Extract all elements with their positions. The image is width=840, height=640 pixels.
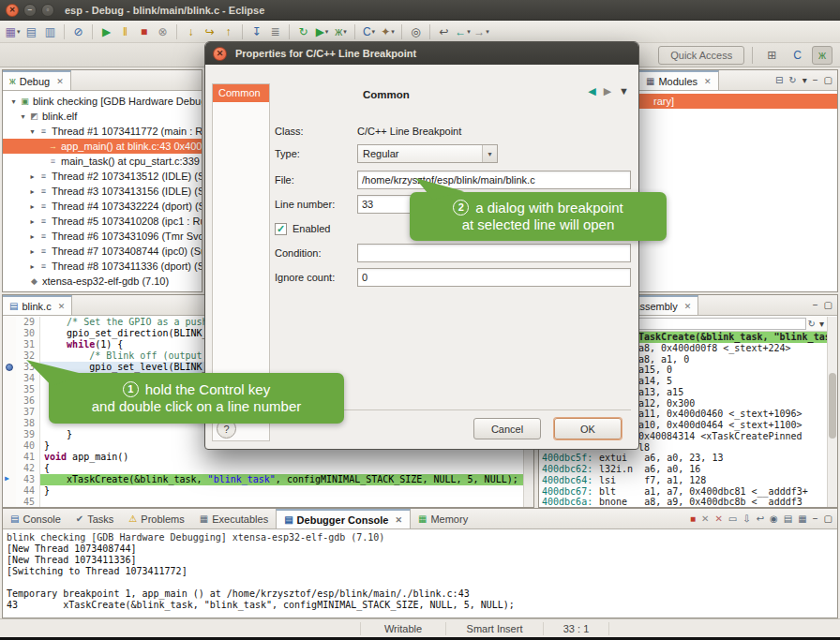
pin-console-icon[interactable]: ◉ xyxy=(770,514,778,524)
refresh-icon[interactable]: ↻ xyxy=(788,76,796,85)
disassembly-line[interactable]: 400dbc5f:extui a6, a0, 23, 13 xyxy=(539,453,827,464)
debug-tree-item[interactable]: ▸≡Thread #5 1073410208 (ipc1 : Runni xyxy=(3,214,202,229)
tree-expander-icon[interactable]: ▸ xyxy=(27,187,38,196)
breakpoint-gutter[interactable] xyxy=(3,373,16,384)
toolbar-build-icon[interactable]: ✦▾ xyxy=(379,22,397,41)
tree-expander-icon[interactable]: ▸ xyxy=(27,262,38,271)
chevron-down-icon[interactable]: ▾ xyxy=(482,145,497,162)
line-number[interactable]: 41 xyxy=(16,452,40,463)
toolbar-suspend-icon[interactable]: ‖ xyxy=(116,22,134,41)
dialog-close-button[interactable]: ✕ xyxy=(213,47,227,61)
clear-console-icon[interactable]: ▭ xyxy=(728,514,737,524)
quick-access-button[interactable]: Quick Access xyxy=(658,46,744,65)
disassembly-line[interactable]: 400dbc64:lsi f7, a1, 128 xyxy=(539,475,827,486)
console-tab-problems[interactable]: ⚠Problems xyxy=(121,509,191,528)
line-number[interactable]: 45 xyxy=(16,497,40,507)
line-number[interactable]: 35 xyxy=(16,384,40,395)
toolbar-resume-icon[interactable]: ▶ xyxy=(98,22,115,41)
debug-tree-item[interactable]: ▾▣blink checking [GDB Hardware Debug xyxy=(3,94,202,109)
line-number[interactable]: 40 xyxy=(16,440,40,452)
line-number[interactable]: 34 xyxy=(16,373,40,384)
close-button[interactable]: ✕ xyxy=(6,4,19,17)
terminate-icon[interactable]: ■ xyxy=(690,514,696,524)
toolbar-back-history-icon[interactable]: ←▾ xyxy=(454,22,472,41)
line-number[interactable]: 31 xyxy=(16,339,40,350)
breakpoint-gutter[interactable] xyxy=(3,317,16,328)
console-tab-memory[interactable]: ▦Memory xyxy=(411,509,475,528)
line-number[interactable]: 43 xyxy=(16,474,40,485)
tree-expander-icon[interactable]: ▾ xyxy=(8,97,19,106)
toolbar-drop-to-frame-icon[interactable]: ↧ xyxy=(248,22,265,41)
debug-perspective-icon[interactable]: ж xyxy=(812,46,832,65)
disassembly-line[interactable]: 400dbc62:l32i.n a6, a0, 16 xyxy=(539,464,827,475)
open-console-icon[interactable]: ▦ xyxy=(798,514,806,524)
tree-expander-icon[interactable]: ▸ xyxy=(27,247,38,256)
minimize-icon[interactable]: − xyxy=(813,76,818,85)
maximize-icon[interactable]: ▢ xyxy=(824,514,832,524)
refresh-icon[interactable]: ↻ xyxy=(808,320,816,329)
breakpoint-gutter[interactable]: ▶ xyxy=(3,474,16,485)
toolbar-forward-history-icon[interactable]: →▾ xyxy=(472,22,490,41)
minimize-button[interactable]: − xyxy=(23,4,37,17)
toolbar-run-icon[interactable]: ▶▾ xyxy=(313,22,331,41)
toolbar-skip-all-breakpoints-icon[interactable]: ⊘ xyxy=(69,22,87,41)
breakpoint-gutter[interactable] xyxy=(3,350,16,362)
debug-tree-item[interactable]: ▾≡Thread #1 1073411772 (main : Runn xyxy=(3,124,202,139)
type-dropdown[interactable]: Regular ▾ xyxy=(357,144,498,163)
console-tab-console[interactable]: ▤Console xyxy=(3,509,68,528)
tab-close-icon[interactable]: ✕ xyxy=(684,302,692,311)
debug-tree-item[interactable]: ▾◩blink.elf xyxy=(3,109,202,124)
dialog-titlebar[interactable]: ✕ Properties for C/C++ Line Breakpoint xyxy=(205,42,638,65)
tab-debug[interactable]: ж Debug ✕ xyxy=(3,70,71,90)
toolbar-new-cpp-project-icon[interactable]: C▾ xyxy=(360,22,378,41)
debug-tree-item[interactable]: ▸≡Thread #3 1073413156 (IDLE) (Susp xyxy=(3,184,202,199)
breakpoint-gutter[interactable] xyxy=(3,384,16,395)
debug-tree-item[interactable]: ▸≡Thread #6 1073431096 (Tmr Svc) (S xyxy=(3,229,202,244)
debug-tree-item[interactable]: ▸≡Thread #8 1073411336 (dport) (Sus xyxy=(3,259,202,274)
disassembly-line[interactable]: 400dbc6a:bnone a8, a9, 0x400dbc8b <__add… xyxy=(539,497,827,507)
file-input[interactable] xyxy=(357,171,631,189)
breakpoint-gutter[interactable] xyxy=(3,429,16,440)
breakpoint-gutter[interactable] xyxy=(3,395,16,407)
enabled-checkbox[interactable]: ✓ xyxy=(275,223,287,235)
tree-expander-icon[interactable]: ▸ xyxy=(27,172,38,181)
open-perspective-icon[interactable]: ⊞ xyxy=(760,46,783,65)
toolbar-step-over-icon[interactable]: ↪ xyxy=(201,22,218,41)
ignore-count-input[interactable] xyxy=(357,268,631,287)
toolbar-save-icon[interactable]: ▤ xyxy=(22,22,40,41)
toolbar-new-icon[interactable]: ▦▾ xyxy=(4,22,22,41)
disassembly-scrollbar[interactable] xyxy=(827,317,837,507)
tab-close-icon[interactable]: ✕ xyxy=(395,515,402,525)
tab-close-icon[interactable]: ✕ xyxy=(704,77,712,86)
view-menu-caret-icon[interactable]: ▼ xyxy=(619,86,629,97)
word-wrap-icon[interactable]: ↩ xyxy=(757,514,764,524)
line-number[interactable]: 38 xyxy=(16,418,40,429)
cpp-perspective-icon[interactable]: C xyxy=(787,46,808,65)
condition-input[interactable] xyxy=(357,244,631,262)
toolbar-terminate-icon[interactable]: ■ xyxy=(135,22,153,41)
debug-tree-item[interactable]: ▸≡Thread #7 1073408744 (ipc0) (Susp xyxy=(3,244,202,259)
back-arrow-icon[interactable]: ◀ xyxy=(588,86,595,97)
line-number[interactable]: 32 xyxy=(16,350,40,362)
code-line[interactable]: 42{ xyxy=(3,463,523,474)
tab-close-icon[interactable]: ✕ xyxy=(56,77,64,86)
scroll-lock-icon[interactable]: ⇩ xyxy=(742,514,750,524)
minimize-icon[interactable]: − xyxy=(813,514,818,524)
breakpoint-gutter[interactable] xyxy=(3,362,16,373)
maximize-icon[interactable]: ▢ xyxy=(824,76,832,85)
line-number[interactable]: 36 xyxy=(16,395,40,407)
maximize-button[interactable]: ▫ xyxy=(41,4,54,17)
code-line[interactable]: 44} xyxy=(3,485,523,497)
line-number[interactable]: 37 xyxy=(16,407,40,418)
remove-launch-icon[interactable]: ✕ xyxy=(701,514,709,524)
ok-button[interactable]: OK xyxy=(554,418,622,439)
breakpoint-gutter[interactable] xyxy=(3,485,16,497)
tree-expander-icon[interactable]: ▾ xyxy=(27,127,38,136)
toolbar-step-return-icon[interactable]: ↑ xyxy=(219,22,237,41)
code-line[interactable]: ▶43 xTaskCreate(&blink_task, "blink_task… xyxy=(3,474,523,485)
cancel-button[interactable]: Cancel xyxy=(473,418,541,439)
line-number[interactable]: 29 xyxy=(16,317,40,328)
view-menu-icon[interactable]: ▾ xyxy=(819,320,824,329)
tab-blink-c[interactable]: ▤ blink.c ✕ xyxy=(3,295,72,315)
toolbar-restart-icon[interactable]: ↻ xyxy=(294,22,312,41)
